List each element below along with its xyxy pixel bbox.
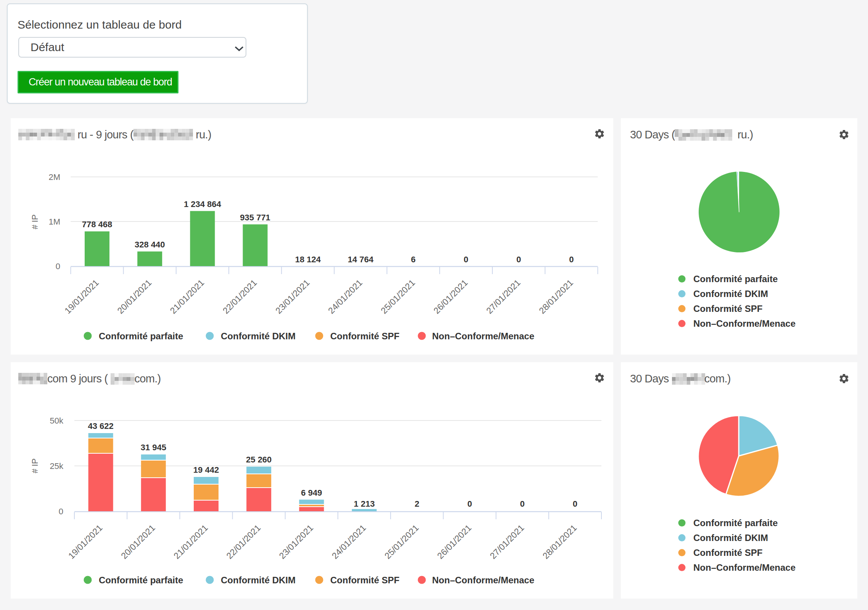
svg-text:23/01/2021: 23/01/2021 bbox=[277, 523, 315, 561]
svg-text:43 622: 43 622 bbox=[88, 421, 113, 431]
svg-text:23/01/2021: 23/01/2021 bbox=[273, 278, 312, 316]
svg-text:Conformité parfaite: Conformité parfaite bbox=[693, 274, 778, 284]
svg-text:Conformité SPF: Conformité SPF bbox=[693, 303, 762, 314]
svg-text:6: 6 bbox=[411, 255, 416, 264]
svg-text:1 213: 1 213 bbox=[354, 499, 375, 509]
svg-text:27/01/2021: 27/01/2021 bbox=[484, 278, 522, 316]
svg-text:50k: 50k bbox=[50, 416, 64, 425]
svg-text:0: 0 bbox=[569, 255, 574, 264]
svg-text:Conformité DKIM: Conformité DKIM bbox=[221, 331, 296, 341]
svg-text:935 771: 935 771 bbox=[240, 213, 270, 222]
svg-text:2M: 2M bbox=[48, 172, 60, 182]
svg-text:26/01/2021: 26/01/2021 bbox=[435, 523, 473, 561]
svg-text:Conformité parfaite: Conformité parfaite bbox=[693, 518, 778, 528]
svg-text:18 124: 18 124 bbox=[295, 255, 321, 264]
svg-text:0: 0 bbox=[467, 499, 472, 509]
svg-text:0: 0 bbox=[59, 507, 63, 516]
svg-text:25/01/2021: 25/01/2021 bbox=[383, 523, 421, 561]
svg-text:Non–Conforme/Menace: Non–Conforme/Menace bbox=[432, 331, 534, 341]
svg-text:19/01/2021: 19/01/2021 bbox=[63, 278, 101, 316]
svg-text:Conformité DKIM: Conformité DKIM bbox=[693, 533, 768, 543]
svg-text:Conformité SPF: Conformité SPF bbox=[330, 331, 399, 341]
svg-text:1 234 864: 1 234 864 bbox=[184, 199, 222, 209]
svg-text:0: 0 bbox=[573, 499, 577, 509]
svg-text:21/01/2021: 21/01/2021 bbox=[168, 278, 206, 316]
svg-text:0: 0 bbox=[516, 255, 521, 264]
svg-text:19 442: 19 442 bbox=[193, 465, 219, 475]
svg-text:2: 2 bbox=[415, 499, 419, 509]
svg-text:22/01/2021: 22/01/2021 bbox=[224, 523, 262, 561]
svg-text:1M: 1M bbox=[48, 217, 60, 226]
svg-text:Conformité DKIM: Conformité DKIM bbox=[221, 575, 296, 585]
svg-text:22/01/2021: 22/01/2021 bbox=[221, 278, 259, 316]
svg-text:0: 0 bbox=[520, 499, 525, 509]
svg-text:Conformité SPF: Conformité SPF bbox=[693, 547, 762, 558]
svg-text:Non–Conforme/Menace: Non–Conforme/Menace bbox=[693, 562, 796, 573]
svg-text:25/01/2021: 25/01/2021 bbox=[379, 278, 417, 316]
svg-text:14 764: 14 764 bbox=[348, 255, 374, 264]
svg-text:Non–Conforme/Menace: Non–Conforme/Menace bbox=[432, 575, 534, 585]
svg-text:# IP: # IP bbox=[30, 458, 40, 473]
svg-text:Non–Conforme/Menace: Non–Conforme/Menace bbox=[693, 318, 796, 329]
svg-text:24/01/2021: 24/01/2021 bbox=[326, 278, 364, 316]
svg-text:31 945: 31 945 bbox=[141, 443, 166, 452]
svg-text:20/01/2021: 20/01/2021 bbox=[119, 523, 157, 561]
svg-text:20/01/2021: 20/01/2021 bbox=[115, 278, 153, 316]
svg-text:28/01/2021: 28/01/2021 bbox=[541, 523, 579, 561]
svg-text:Conformité parfaite: Conformité parfaite bbox=[99, 575, 183, 585]
svg-text:25k: 25k bbox=[50, 461, 64, 471]
svg-text:0: 0 bbox=[464, 255, 468, 264]
svg-text:778 468: 778 468 bbox=[82, 220, 113, 229]
svg-text:328 440: 328 440 bbox=[135, 240, 165, 249]
svg-text:19/01/2021: 19/01/2021 bbox=[66, 523, 104, 561]
svg-text:26/01/2021: 26/01/2021 bbox=[432, 278, 470, 316]
svg-text:Conformité DKIM: Conformité DKIM bbox=[693, 289, 768, 299]
svg-text:Conformité parfaite: Conformité parfaite bbox=[99, 331, 183, 341]
svg-text:28/01/2021: 28/01/2021 bbox=[537, 278, 575, 316]
svg-text:0: 0 bbox=[56, 262, 60, 271]
svg-text:24/01/2021: 24/01/2021 bbox=[330, 523, 368, 561]
svg-text:6 949: 6 949 bbox=[301, 488, 322, 498]
svg-text:25 260: 25 260 bbox=[246, 455, 272, 464]
svg-text:21/01/2021: 21/01/2021 bbox=[172, 523, 210, 561]
svg-text:27/01/2021: 27/01/2021 bbox=[488, 523, 526, 561]
svg-text:Conformité SPF: Conformité SPF bbox=[330, 575, 399, 585]
svg-text:# IP: # IP bbox=[30, 214, 40, 229]
